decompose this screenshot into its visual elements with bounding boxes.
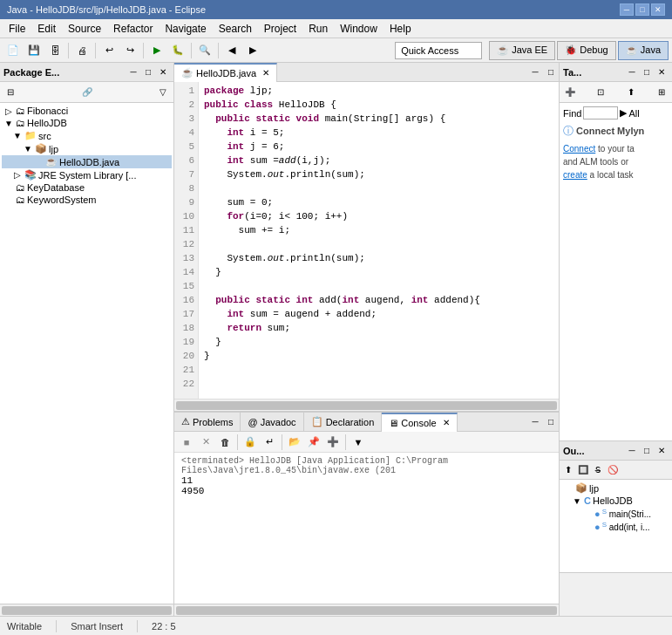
menu-project[interactable]: Project <box>259 21 302 37</box>
hide-static-button[interactable]: S̶ <box>591 462 605 476</box>
code-area[interactable]: 12345 678910 1112131415 1617181920 2122 … <box>174 82 559 399</box>
view-menu-button[interactable]: ▽ <box>156 85 170 99</box>
maximize-panel-button[interactable]: □ <box>141 65 155 79</box>
close-panel-button[interactable]: ✕ <box>156 65 170 79</box>
stop-button[interactable]: ■ <box>178 434 195 450</box>
task-find-input[interactable] <box>583 106 618 119</box>
hide-fields-button[interactable]: 🔲 <box>576 462 590 476</box>
add-task-button[interactable]: ➕ <box>563 85 577 99</box>
menu-help[interactable]: Help <box>384 21 417 37</box>
remove-button[interactable]: ✕ <box>197 434 214 450</box>
code-editor[interactable]: package ljp; public class HelloJDB { pub… <box>199 82 559 399</box>
print-button[interactable]: 🖨 <box>72 41 92 60</box>
line-numbers: 12345 678910 1112131415 1617181920 2122 <box>174 82 199 399</box>
display-selected-button[interactable]: ▼ <box>350 434 367 450</box>
task-sort-button[interactable]: ⬆ <box>624 85 638 99</box>
outline-panel-controls: ─ □ ✕ <box>625 444 669 458</box>
maximize-editor-button[interactable]: □ <box>543 64 559 81</box>
tab-console[interactable]: 🖥 Console ✕ <box>382 413 457 432</box>
package-explorer-toolbar: ⊟ 🔗 ▽ <box>0 82 173 103</box>
perspective-java-ee[interactable]: ☕ Java EE <box>489 41 555 60</box>
scroll-lock-button[interactable]: 🔒 <box>241 434 259 450</box>
menu-refactor[interactable]: Refactor <box>108 21 158 37</box>
menu-edit[interactable]: Edit <box>32 21 61 37</box>
run-button[interactable]: ▶ <box>147 41 166 60</box>
new-button[interactable]: 📄 <box>3 41 23 60</box>
tree-item-keywordsystem[interactable]: 🗂 KeywordSystem <box>2 194 172 206</box>
tab-close-icon[interactable]: ✕ <box>443 418 450 427</box>
close-task-button[interactable]: ✕ <box>655 65 669 79</box>
minimize-editor-button[interactable]: ─ <box>527 64 543 81</box>
save-all-button[interactable]: 🗄 <box>45 41 64 60</box>
outline-item-hellojdb[interactable]: ▼ C HelloJDB <box>561 495 670 507</box>
tree-item-fibonacci[interactable]: ▷ 🗂 Fibonacci <box>2 105 172 117</box>
outline-item-main[interactable]: ● S main(Stri... <box>561 507 670 520</box>
tab-problems[interactable]: ⚠ Problems <box>174 413 241 432</box>
maximize-task-button[interactable]: □ <box>640 65 654 79</box>
maximize-console-button[interactable]: □ <box>543 413 559 431</box>
close-button[interactable]: ✕ <box>651 3 665 16</box>
link-button[interactable]: 🔗 <box>80 85 94 99</box>
save-button[interactable]: 💾 <box>24 41 44 60</box>
outline-item-add[interactable]: ● S add(int, i... <box>561 520 670 533</box>
toggle-icon <box>33 157 44 167</box>
tree-item-jre[interactable]: ▷ 📚 JRE System Library [... <box>2 168 172 181</box>
editor-tab-hellojdb[interactable]: ☕ HelloJDB.java ✕ <box>174 63 277 82</box>
tree-item-hellojdb[interactable]: ▼ 🗂 HelloJDB <box>2 117 172 129</box>
tab-label: Console <box>401 418 436 428</box>
tab-close-icon[interactable]: ✕ <box>262 68 269 78</box>
perspective-debug[interactable]: 🐞 Debug <box>557 41 615 60</box>
minimize-panel-button[interactable]: ─ <box>126 65 140 79</box>
connect-link[interactable]: Connect <box>563 144 595 154</box>
tree-item-hellojdb-java[interactable]: ☕ HelloJDB.java <box>2 155 172 168</box>
maximize-outline-button[interactable]: □ <box>640 444 654 458</box>
javadoc-icon: @ <box>248 417 257 427</box>
minimize-task-button[interactable]: ─ <box>625 65 639 79</box>
minimize-outline-button[interactable]: ─ <box>625 444 639 458</box>
quick-access-input[interactable]: Quick Access <box>395 42 482 59</box>
undo-button[interactable]: ↩ <box>99 41 119 60</box>
perspective-java[interactable]: ☕ Java <box>618 41 669 60</box>
new-console-button[interactable]: ➕ <box>324 434 342 450</box>
tab-javadoc[interactable]: @ Javadoc <box>241 413 303 432</box>
back-button[interactable]: ◀ <box>222 41 241 60</box>
menu-navigate[interactable]: Navigate <box>160 21 211 37</box>
menu-source[interactable]: Source <box>63 21 106 37</box>
tree-item-keydatabase[interactable]: 🗂 KeyDatabase <box>2 181 172 194</box>
minimize-console-button[interactable]: ─ <box>527 413 543 431</box>
word-wrap-button[interactable]: ↵ <box>261 434 278 450</box>
h-scroll-editor[interactable] <box>174 399 559 411</box>
menu-run[interactable]: Run <box>303 21 333 37</box>
sort-outline-button[interactable]: ⬆ <box>561 462 575 476</box>
center-area: ☕ HelloJDB.java ✕ ─ □ 12345 678910 11121… <box>174 63 559 616</box>
close-outline-button[interactable]: ✕ <box>655 444 669 458</box>
debug-button[interactable]: 🐛 <box>168 41 187 60</box>
task-filter-button[interactable]: ⊡ <box>594 85 608 99</box>
minimize-button[interactable]: ─ <box>620 3 634 16</box>
tree-item-src[interactable]: ▼ 📁 src <box>2 129 172 142</box>
pin-button[interactable]: 📌 <box>305 434 322 450</box>
redo-button[interactable]: ↪ <box>120 41 139 60</box>
menu-window[interactable]: Window <box>335 21 383 37</box>
menu-file[interactable]: File <box>3 21 31 37</box>
open-file-button[interactable]: 📂 <box>286 434 303 450</box>
maximize-button[interactable]: □ <box>635 3 649 16</box>
tree-item-ljp[interactable]: ▼ 📦 ljp <box>2 142 172 155</box>
h-scroll-bottom[interactable] <box>174 604 559 616</box>
package-explorer-header: Package E... ─ □ ✕ <box>0 63 173 82</box>
menu-search[interactable]: Search <box>214 21 257 37</box>
search-button[interactable]: 🔍 <box>195 41 214 60</box>
h-scroll-left[interactable] <box>0 604 173 616</box>
clear-button[interactable]: 🗑 <box>216 434 234 450</box>
collapse-all-button[interactable]: ⊟ <box>3 85 17 99</box>
outline-item-ljp[interactable]: 📦 ljp <box>561 481 670 495</box>
create-link[interactable]: create <box>563 170 587 180</box>
forward-button[interactable]: ▶ <box>243 41 262 60</box>
connect-mylyn-title: ⓘ Connect Mylyn <box>563 123 669 139</box>
java-file-icon: ☕ <box>45 156 58 167</box>
task-group-button[interactable]: ⊞ <box>655 85 669 99</box>
writable-status: Writable <box>7 621 42 632</box>
hide-nonpublic-button[interactable]: 🚫 <box>606 462 620 476</box>
tab-declaration[interactable]: 📋 Declaration <box>304 413 383 432</box>
task-find-go-button[interactable]: ▶ <box>620 107 627 119</box>
